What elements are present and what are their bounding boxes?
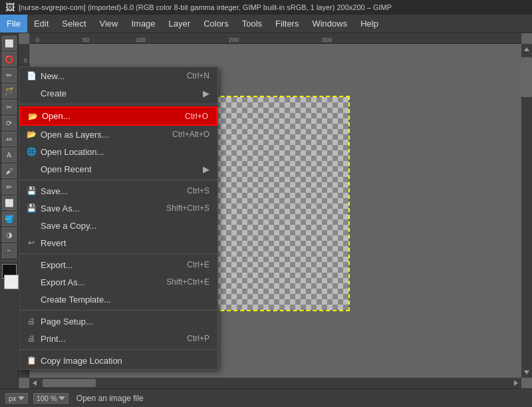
- scroll-left-icon: [31, 380, 38, 386]
- menu-item-save-as-shortcut: Shift+Ctrl+S: [166, 204, 209, 213]
- svg-marker-17: [524, 370, 529, 374]
- tool-lasso[interactable]: ✏: [2, 68, 17, 82]
- svg-marker-21: [59, 396, 65, 400]
- menu-item-save-shortcut: Ctrl+S: [187, 186, 209, 196]
- menu-item-open-layers-label: Open as Layers...: [41, 130, 109, 140]
- zoom-selector[interactable]: 100 %: [33, 393, 68, 404]
- menu-help[interactable]: Help: [354, 15, 385, 33]
- ruler-top: 0 50 100 200 300: [29, 33, 521, 44]
- separator-1: [19, 104, 217, 104]
- ruler-tick-50: 50: [82, 37, 89, 43]
- unit-value: px: [9, 394, 17, 402]
- menu-item-open-location[interactable]: 🌐 Open Location...: [19, 143, 217, 160]
- tool-eraser[interactable]: ⬜: [2, 196, 17, 210]
- separator-3: [19, 253, 217, 254]
- revert-icon: ↩: [25, 238, 38, 247]
- save-icon: 💾: [25, 186, 38, 196]
- menu-item-export[interactable]: Export... Ctrl+E: [19, 256, 217, 273]
- menu-item-save-copy-label: Save a Copy...: [41, 221, 96, 231]
- background-color[interactable]: [4, 275, 19, 289]
- menu-layer[interactable]: Layer: [162, 15, 198, 33]
- ruler-left-tick-0: 0: [24, 57, 27, 64]
- toolbox: ⬜ ⭕ ✏ 🪄 ✂ ⟳ ⇔ A 🖌 ✏ ⬜ 🪣 ◑ ~: [0, 33, 19, 388]
- menu-item-export-label: Export...: [41, 260, 72, 270]
- tool-fill[interactable]: 🪣: [2, 211, 17, 226]
- separator-4: [19, 310, 217, 311]
- svg-marker-18: [33, 380, 37, 386]
- tool-paint[interactable]: 🖌: [2, 164, 17, 178]
- tool-flip[interactable]: ⇔: [2, 132, 17, 146]
- save-as-icon: 💾: [25, 204, 38, 213]
- scrollbar-right[interactable]: [521, 44, 532, 378]
- separator-5: [19, 349, 217, 350]
- separator-2: [19, 180, 217, 180]
- scrollbar-thumb-right[interactable]: [521, 57, 532, 97]
- menu-item-save-as-label: Save As...: [41, 204, 80, 213]
- menu-item-copy-image-location-label: Copy Image Location: [41, 356, 122, 366]
- svg-marker-16: [524, 47, 529, 51]
- menu-item-revert-label: Revert: [41, 238, 66, 248]
- menu-item-create-template[interactable]: Create Template...: [19, 291, 217, 308]
- menu-item-open-recent[interactable]: Open Recent ▶: [19, 160, 217, 178]
- menu-item-new-shortcut: Ctrl+N: [187, 71, 209, 80]
- menu-item-new-label: New...: [41, 71, 65, 81]
- tool-ellipse-select[interactable]: ⭕: [2, 52, 17, 67]
- menu-item-open-layers-shortcut: Ctrl+Alt+O: [172, 130, 209, 139]
- ruler-tick-200: 200: [229, 37, 239, 43]
- menu-image[interactable]: Image: [124, 15, 162, 33]
- menu-item-revert[interactable]: ↩ Revert: [19, 234, 217, 251]
- menu-item-open[interactable]: 📂 Open... Ctrl+O: [19, 106, 217, 126]
- menu-item-export-as[interactable]: Export As... Shift+Ctrl+E: [19, 273, 217, 291]
- menu-tools[interactable]: Tools: [235, 15, 269, 33]
- scroll-right-icon: [513, 380, 519, 386]
- menu-item-print[interactable]: 🖨 Print... Ctrl+P: [19, 330, 217, 347]
- menu-item-print-label: Print...: [41, 334, 66, 344]
- menu-item-save-copy[interactable]: Save a Copy...: [19, 217, 217, 234]
- menu-item-create[interactable]: Create ▶: [19, 84, 217, 102]
- menu-item-new[interactable]: 📄 New... Ctrl+N: [19, 67, 217, 84]
- tool-fuzzy-select[interactable]: 🪄: [2, 84, 17, 98]
- menu-item-page-setup[interactable]: 🖨 Page Setup...: [19, 313, 217, 330]
- tool-smudge[interactable]: ~: [2, 243, 17, 258]
- svg-marker-19: [514, 380, 518, 386]
- menu-item-export-shortcut: Ctrl+E: [187, 260, 209, 269]
- page-setup-icon: 🖨: [25, 317, 38, 326]
- title-bar-text: [nurse-svgrepo-com] (imported)-6.0 (RGB …: [19, 3, 392, 11]
- menu-item-open-layers[interactable]: 📂 Open as Layers... Ctrl+Alt+O: [19, 126, 217, 143]
- open-recent-arrow: ▶: [203, 164, 209, 174]
- title-bar-icon: 🖼: [5, 2, 15, 13]
- menu-item-open-label: Open...: [42, 111, 70, 121]
- unit-selector[interactable]: px: [5, 393, 28, 404]
- zoom-value: 100 %: [37, 394, 57, 402]
- menu-item-open-shortcut: Ctrl+O: [185, 112, 208, 121]
- menu-item-save-as[interactable]: 💾 Save As... Shift+Ctrl+S: [19, 200, 217, 217]
- tool-text[interactable]: A: [2, 148, 17, 162]
- create-submenu-arrow: ▶: [203, 88, 209, 98]
- copy-image-location-icon: 📋: [25, 356, 38, 365]
- menu-view[interactable]: View: [93, 15, 125, 33]
- menu-item-open-recent-label: Open Recent: [41, 164, 92, 174]
- tool-rectangle-select[interactable]: ⬜: [2, 36, 17, 51]
- menu-filters[interactable]: Filters: [269, 15, 305, 33]
- menu-item-save[interactable]: 💾 Save... Ctrl+S: [19, 182, 217, 200]
- ruler-tick-100: 100: [136, 37, 146, 43]
- scrollbar-thumb-bottom[interactable]: [43, 379, 96, 387]
- menu-select[interactable]: Select: [55, 15, 92, 33]
- menu-item-export-as-shortcut: Shift+Ctrl+E: [166, 277, 209, 287]
- tool-crop[interactable]: ✂: [2, 100, 17, 114]
- menu-windows[interactable]: Windows: [305, 15, 354, 33]
- print-icon: 🖨: [25, 334, 38, 343]
- menu-file[interactable]: File: [0, 15, 27, 33]
- scrollbar-bottom[interactable]: [29, 378, 521, 388]
- status-bar: px 100 % Open an image file: [0, 388, 532, 407]
- menu-colors[interactable]: Colors: [197, 15, 235, 33]
- menu-item-export-as-label: Export As...: [41, 277, 84, 287]
- tool-dodge-burn[interactable]: ◑: [2, 227, 17, 242]
- svg-marker-20: [18, 396, 25, 400]
- tool-pencil[interactable]: ✏: [2, 180, 17, 194]
- title-bar: 🖼 [nurse-svgrepo-com] (imported)-6.0 (RG…: [0, 0, 532, 15]
- menu-item-copy-image-location[interactable]: 📋 Copy Image Location: [19, 352, 217, 369]
- menu-edit[interactable]: Edit: [27, 15, 55, 33]
- tool-transform[interactable]: ⟳: [2, 116, 17, 130]
- open-layers-icon: 📂: [25, 130, 38, 139]
